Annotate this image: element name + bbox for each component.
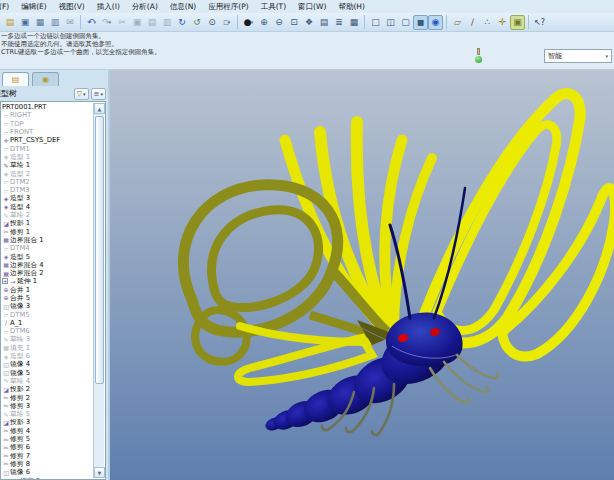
feature-icon: ▦ xyxy=(2,261,10,268)
feature-icon: ▱ xyxy=(2,112,10,119)
tree-item[interactable]: ▱ DTM5 xyxy=(2,310,93,318)
menu-item[interactable]: 分析(A) xyxy=(126,1,164,13)
menu-bar: 文件(F) 编辑(E) 视图(V) 插入(I) 分析(A) 信息(N) 应用程序… xyxy=(0,0,614,13)
tree-show-button[interactable]: ▽ ▾ xyxy=(74,88,89,100)
tree-item[interactable]: ▱ FRONT xyxy=(2,128,93,136)
open-icon[interactable]: ▤ xyxy=(2,15,17,30)
menu-item[interactable]: 插入(I) xyxy=(91,1,126,13)
regenerate-icon[interactable]: ↻ xyxy=(174,15,189,30)
graphics-viewport[interactable] xyxy=(110,70,614,480)
hidden-line-icon[interactable]: ◫ xyxy=(383,15,398,30)
menu-item[interactable]: 信息(N) xyxy=(164,1,202,13)
cut-icon[interactable]: ✂ xyxy=(114,15,129,30)
menu-item[interactable]: 窗口(W) xyxy=(292,1,332,13)
menu-item[interactable]: 应用程序(P) xyxy=(202,1,254,13)
toolbar-separator xyxy=(364,15,365,29)
print-icon[interactable]: ▦ xyxy=(32,15,47,30)
tree-item-label: DTM2 xyxy=(10,178,30,186)
message-line-3: CTRL键选取一多边或一个曲面，以完全指定倒圆角集。 xyxy=(0,48,614,56)
tree-settings-button[interactable]: ≡ ▾ xyxy=(91,88,106,100)
menu-item[interactable]: 工具(T) xyxy=(255,1,292,13)
tree-item-label: FRONT xyxy=(10,128,33,136)
feature-icon: ▩ xyxy=(2,344,10,351)
feature-icon: ◪ xyxy=(2,220,10,227)
tree-item-label: PRT_CSYS_DEF xyxy=(10,136,60,144)
saved-views-icon[interactable]: ▤ xyxy=(316,15,331,30)
tree-item-label: PRT0001.PRT xyxy=(2,103,46,111)
scroll-down-arrow[interactable]: ▼ xyxy=(94,467,105,478)
context-help-icon[interactable]: ↖? xyxy=(532,15,547,30)
feature-icon: ◈ xyxy=(2,153,10,160)
funnel-icon: ▽ xyxy=(77,90,82,98)
save-icon[interactable]: ▣ xyxy=(17,15,32,30)
shaded-icon[interactable]: ◼ xyxy=(413,15,428,30)
undo-icon[interactable]: ↶▾ xyxy=(84,15,99,30)
tree-item[interactable]: ◈ 造型 2 xyxy=(2,169,93,177)
wireframe-icon[interactable]: □ xyxy=(368,15,383,30)
lower-wing-ribbons xyxy=(238,326,372,382)
layers-icon[interactable]: ≣ xyxy=(331,15,346,30)
enhanced-shaded-icon[interactable]: ◉ xyxy=(428,15,443,30)
chevron-down-icon: ▾ xyxy=(605,53,608,59)
feature-icon: ◈ xyxy=(2,195,10,202)
feature-icon: ◪ xyxy=(2,386,10,393)
datum-plane-toggle-icon[interactable]: ▱ xyxy=(450,15,465,30)
tree-item[interactable]: ◫ 镜像 6 xyxy=(2,468,93,476)
model-tree-title: 模型树 xyxy=(0,88,17,99)
shaded-ball-icon[interactable]: ●▾ xyxy=(241,15,256,30)
menu-item[interactable]: 视图(V) xyxy=(53,1,91,13)
folder-browser-tab[interactable]: ◉ xyxy=(32,72,59,86)
view-manager-icon[interactable]: ▦ xyxy=(346,15,361,30)
no-hidden-icon[interactable]: ▢ xyxy=(398,15,413,30)
feature-icon: ✎ xyxy=(2,162,10,169)
annotation-toggle-icon[interactable]: ▣ xyxy=(510,15,525,30)
datum-point-toggle-icon[interactable]: ∴ xyxy=(480,15,495,30)
tree-item[interactable]: ▱ DTM2 xyxy=(2,178,93,186)
custom-regenerate-icon[interactable]: ↺ xyxy=(189,15,204,30)
menu-item[interactable]: 帮助(H) xyxy=(332,1,371,13)
tree-item[interactable]: ✛ PRT_CSYS_DEF xyxy=(2,136,93,144)
copy-icon[interactable]: ▣ xyxy=(129,15,144,30)
tree-item[interactable]: ✂ 修剪 9 xyxy=(2,476,93,479)
redo-icon[interactable]: ↷▾ xyxy=(99,15,114,30)
tree-item[interactable]: ∕ A_1 xyxy=(2,319,93,327)
feature-icon: ✂ xyxy=(2,460,10,467)
feature-icon: ⊕ xyxy=(2,286,10,293)
email-icon[interactable]: ✉ xyxy=(62,15,77,30)
paste-special-icon[interactable]: ▥ xyxy=(159,15,174,30)
menu-item[interactable]: 编辑(E) xyxy=(15,1,53,13)
paste-icon[interactable]: ▤ xyxy=(144,15,159,30)
csys-toggle-icon[interactable]: ✛ xyxy=(495,15,510,30)
tree-item[interactable]: ▦ 边界混合 2 xyxy=(2,269,93,277)
list-icon: ≡ xyxy=(94,90,100,98)
tree-scrollbar[interactable]: ▲ ▼ xyxy=(93,103,104,478)
tree-item[interactable]: ▣ PRT0001.PRT xyxy=(2,103,93,111)
tree-item[interactable]: ▦ 边界混合 1 xyxy=(2,236,93,244)
tree-item[interactable]: ◫ 镜像 3 xyxy=(2,302,93,310)
scroll-up-arrow[interactable]: ▲ xyxy=(94,103,105,114)
tree-item[interactable]: ▱ TOP xyxy=(2,120,93,128)
publish-icon[interactable]: ▥ xyxy=(47,15,62,30)
zoom-fit-icon[interactable]: ⊡ xyxy=(286,15,301,30)
toolbar-separator xyxy=(80,15,81,29)
model-tree-tab[interactable]: ▤ xyxy=(2,72,29,86)
feature-icon: ✎ xyxy=(2,336,10,343)
scrollbar-thumb[interactable] xyxy=(95,116,104,384)
menu-item[interactable]: 文件(F) xyxy=(0,1,15,13)
datum-axis-toggle-icon[interactable]: ∕ xyxy=(465,15,480,30)
zoom-in-icon[interactable]: ⊕ xyxy=(256,15,271,30)
feature-icon: ✂ xyxy=(2,427,10,434)
select-box-icon[interactable]: ▫▾ xyxy=(219,15,234,30)
chevron-down-icon: ▾ xyxy=(100,91,103,97)
tree-item[interactable]: ▱ RIGHT xyxy=(2,111,93,119)
zoom-out-icon[interactable]: ⊖ xyxy=(271,15,286,30)
feature-icon: ◈ xyxy=(2,353,10,360)
reorient-icon[interactable]: ❖ xyxy=(301,15,316,30)
feature-icon: ▱ xyxy=(2,129,10,136)
selection-filter-dropdown[interactable]: 智能 ▾ xyxy=(544,49,612,63)
feature-icon: ▦ xyxy=(2,270,10,277)
find-icon[interactable]: ⊙ xyxy=(204,15,219,30)
feature-icon: ◫ xyxy=(2,469,10,476)
feature-icon: ∕ xyxy=(2,319,10,326)
regeneration-status-icon xyxy=(475,48,482,64)
